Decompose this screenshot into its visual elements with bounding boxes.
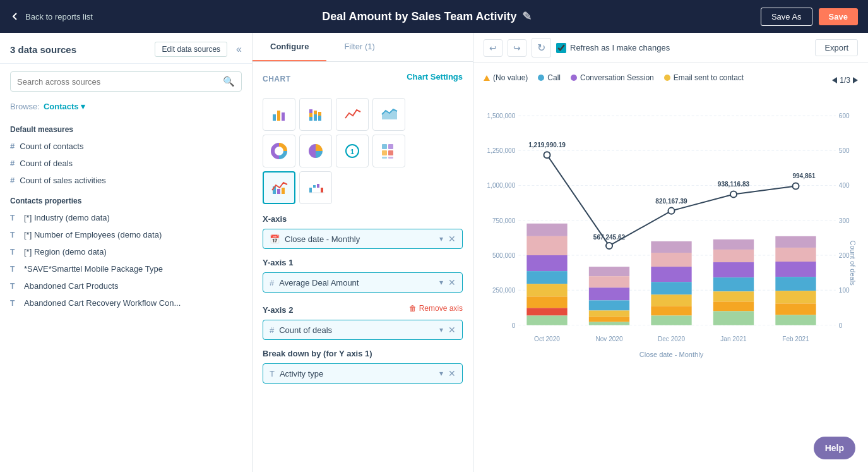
svg-text:600: 600 [839, 112, 850, 119]
refresh-button[interactable]: ↻ [532, 38, 551, 57]
yaxis2-close-icon[interactable]: ✕ [448, 325, 456, 335]
undo-button[interactable]: ↩ [484, 39, 502, 57]
svg-text:1: 1 [350, 148, 354, 155]
svg-rect-62 [526, 284, 567, 296]
chart-legend: (No value) Call Conversation Session Ema… [484, 73, 744, 82]
chart-type-line[interactable] [336, 98, 369, 131]
chart-type-waterfall[interactable] [299, 171, 332, 204]
yaxis1-close-icon[interactable]: ✕ [448, 277, 456, 287]
chart-type-combo[interactable] [263, 171, 295, 204]
tab-configure[interactable]: Configure [253, 33, 326, 61]
report-title: Deal Amount by Sales Team Activity ✎ [322, 9, 531, 23]
property-employees[interactable]: T [*] Number of Employees (demo data) [0, 226, 252, 243]
svg-rect-9 [318, 112, 321, 116]
svg-text:1,219,990.19: 1,219,990.19 [528, 142, 566, 148]
chart-type-pie[interactable] [299, 135, 332, 167]
yaxis1-hash-icon: # [270, 278, 274, 287]
svg-rect-63 [526, 296, 567, 308]
chart-toolbar: ↩ ↪ ↻ Refresh as I make changes Export [473, 33, 868, 63]
svg-rect-8 [318, 116, 321, 121]
legend-triangle-icon [484, 75, 490, 81]
svg-rect-89 [775, 262, 816, 277]
yaxis2-selector[interactable]: # Count of deals ▾ ✕ [263, 320, 463, 340]
legend-email: Email sent to contact [664, 73, 744, 82]
remove-yaxis2-button[interactable]: 🗑 Remove axis [409, 304, 463, 313]
property-region[interactable]: T [*] Region (demo data) [0, 243, 252, 260]
browse-dropdown[interactable]: Contacts ▾ [44, 102, 85, 111]
refresh-checkbox[interactable] [556, 43, 566, 53]
breakdown-type-icon: T [270, 369, 275, 378]
save-button[interactable]: Save [819, 8, 858, 25]
yaxis2-chevron-icon: ▾ [439, 325, 443, 334]
svg-rect-60 [526, 255, 567, 271]
svg-rect-91 [775, 291, 816, 303]
svg-text:300: 300 [839, 217, 850, 224]
back-button[interactable]: Back to reports list [10, 11, 93, 21]
chart-type-grid[interactable] [372, 135, 405, 167]
pagination-next-icon [853, 77, 858, 83]
svg-rect-20 [388, 157, 393, 159]
svg-rect-19 [382, 157, 387, 159]
pagination: 1/3 [832, 76, 858, 85]
chart-type-area[interactable] [372, 98, 405, 131]
svg-rect-88 [775, 248, 816, 262]
measure-contacts[interactable]: # Count of contacts [0, 138, 252, 155]
property-industry[interactable]: T [*] Industry (demo data) [0, 209, 252, 226]
svg-rect-1 [277, 111, 280, 121]
yaxis2-label: Y-axis 2 [263, 305, 293, 315]
svg-rect-25 [313, 185, 316, 188]
svg-point-96 [668, 208, 674, 214]
chart-type-donut[interactable] [263, 135, 295, 167]
refresh-checkbox-label: Refresh as I make changes [556, 43, 670, 53]
export-button[interactable]: Export [815, 39, 858, 56]
xaxis-close-icon[interactable]: ✕ [448, 234, 456, 244]
breakdown-label: Break down by (for Y axis 1) [263, 349, 463, 358]
svg-point-95 [606, 243, 612, 249]
svg-rect-23 [282, 188, 285, 194]
search-input[interactable] [17, 77, 223, 87]
svg-rect-18 [388, 150, 393, 155]
edit-title-icon[interactable]: ✎ [522, 9, 532, 23]
property-mobile-package[interactable]: T *SAVE*Smarttel Mobile Package Type [0, 260, 252, 277]
breakdown-close-icon[interactable]: ✕ [448, 368, 456, 378]
measure-sales-activities[interactable]: # Count of sales activities [0, 172, 252, 189]
svg-text:567,245.62: 567,245.62 [593, 234, 626, 241]
configure-content: Chart Chart Settings [253, 62, 473, 472]
measure-deals[interactable]: # Count of deals [0, 155, 252, 172]
property-abandoned-cart-recovery[interactable]: T Abandoned Cart Recovery Workflow Con..… [0, 294, 252, 312]
breakdown-chevron-icon: ▾ [439, 369, 443, 378]
svg-rect-83 [713, 277, 754, 291]
svg-rect-67 [589, 276, 629, 287]
svg-rect-79 [651, 315, 691, 325]
svg-rect-80 [713, 239, 754, 250]
browse-row: Browse: Contacts ▾ [0, 99, 252, 118]
chart-type-stacked-bar[interactable] [299, 98, 332, 131]
help-button[interactable]: Help [814, 437, 855, 459]
svg-rect-92 [775, 303, 816, 315]
svg-text:1,000,000: 1,000,000 [487, 182, 516, 189]
save-as-button[interactable]: Save As [761, 8, 812, 26]
left-sidebar: 3 data sources Edit data sources « 🔍 Bro… [0, 33, 253, 472]
xaxis-label: X-axis [263, 214, 463, 224]
svg-text:0: 0 [512, 322, 516, 329]
chart-settings-link[interactable]: Chart Settings [407, 72, 463, 82]
chart-type-number[interactable]: 1 [336, 135, 369, 167]
svg-text:500: 500 [839, 147, 850, 154]
redo-button[interactable]: ↪ [508, 39, 526, 57]
edit-sources-button[interactable]: Edit data sources [155, 42, 227, 57]
chart-svg: Average Deal Amount Count of deals 0 250… [484, 91, 858, 420]
chart-type-bar[interactable] [263, 98, 295, 131]
collapse-sidebar-button[interactable]: « [236, 44, 242, 55]
property-abandoned-cart-products[interactable]: T Abandoned Cart Products [0, 277, 252, 294]
tab-filter[interactable]: Filter (1) [326, 33, 392, 61]
legend-email-dot [664, 75, 670, 81]
svg-rect-76 [651, 282, 691, 294]
svg-rect-73 [651, 241, 691, 253]
yaxis1-selector[interactable]: # Average Deal Amount ▾ ✕ [263, 272, 463, 293]
svg-rect-16 [388, 144, 393, 149]
contacts-properties-title: Contacts properties [0, 189, 252, 209]
xaxis-selector[interactable]: 📅 Close date - Monthly ▾ ✕ [263, 229, 463, 249]
svg-rect-61 [526, 271, 567, 284]
breakdown-selector[interactable]: T Activity type ▾ ✕ [263, 363, 463, 384]
pagination-prev-icon [832, 77, 837, 83]
